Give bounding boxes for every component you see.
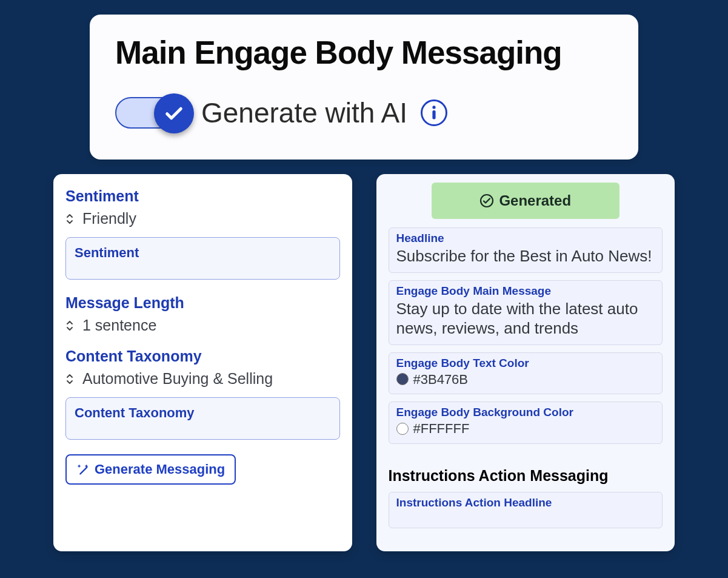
check-icon xyxy=(164,103,184,124)
bg-color-field[interactable]: Engage Body Background Color #FFFFFF xyxy=(389,402,663,444)
headline-label: Headline xyxy=(396,232,655,245)
ai-toggle-label: Generate with AI xyxy=(201,96,407,129)
check-circle-icon xyxy=(479,193,494,208)
text-color-field[interactable]: Engage Body Text Color #3B476B xyxy=(389,352,663,395)
info-icon[interactable] xyxy=(421,99,447,126)
message-length-label: Message Length xyxy=(65,294,340,312)
main-message-field[interactable]: Engage Body Main Message Stay up to date… xyxy=(389,280,663,345)
bg-color-value: #FFFFFF xyxy=(413,420,470,437)
page-title: Main Engage Body Messaging xyxy=(115,34,613,71)
sentiment-select[interactable]: Friendly xyxy=(65,210,340,227)
taxonomy-select[interactable]: Automotive Buying & Selling xyxy=(65,370,340,388)
stepper-icon xyxy=(65,318,76,333)
right-panel: Generated Headline Subscribe for the Bes… xyxy=(376,174,675,551)
main-message-value: Stay up to date with the latest auto new… xyxy=(396,299,655,338)
sentiment-value: Friendly xyxy=(82,210,136,227)
headline-value: Subscribe for the Best in Auto News! xyxy=(396,246,655,266)
status-text: Generated xyxy=(499,192,571,209)
color-swatch xyxy=(396,423,409,435)
svg-point-0 xyxy=(432,106,435,109)
bg-color-label: Engage Body Background Color xyxy=(396,406,655,419)
ai-toggle[interactable] xyxy=(115,97,188,129)
stepper-icon xyxy=(65,372,76,386)
instructions-heading: Instructions Action Messaging xyxy=(389,467,663,485)
instructions-headline-label: Instructions Action Headline xyxy=(396,496,655,509)
taxonomy-input-label: Content Taxonomy xyxy=(75,405,331,421)
toggle-handle xyxy=(154,93,194,133)
color-swatch xyxy=(396,373,409,385)
sentiment-input[interactable]: Sentiment xyxy=(65,237,340,280)
headline-field[interactable]: Headline Subscribe for the Best in Auto … xyxy=(389,227,663,273)
instructions-headline-field[interactable]: Instructions Action Headline xyxy=(389,492,663,528)
message-length-select[interactable]: 1 sentence xyxy=(65,317,340,334)
status-badge: Generated xyxy=(432,183,619,219)
taxonomy-input[interactable]: Content Taxonomy xyxy=(65,397,340,440)
ai-toggle-row: Generate with AI xyxy=(115,96,613,129)
header-card: Main Engage Body Messaging Generate with… xyxy=(90,15,638,160)
left-panel: Sentiment Friendly Sentiment Message Len… xyxy=(53,174,352,551)
svg-rect-1 xyxy=(432,110,435,119)
sparkle-icon xyxy=(76,463,90,476)
main-message-label: Engage Body Main Message xyxy=(396,284,655,298)
taxonomy-value: Automotive Buying & Selling xyxy=(82,370,273,388)
generate-messaging-button[interactable]: Generate Messaging xyxy=(65,454,236,485)
generate-btn-label: Generate Messaging xyxy=(95,462,225,477)
taxonomy-label: Content Taxonomy xyxy=(65,348,340,365)
sentiment-input-label: Sentiment xyxy=(75,245,331,261)
text-color-label: Engage Body Text Color xyxy=(396,357,655,370)
text-color-value: #3B476B xyxy=(413,371,469,388)
stepper-icon xyxy=(65,212,76,226)
message-length-value: 1 sentence xyxy=(82,317,156,334)
sentiment-label: Sentiment xyxy=(65,187,340,205)
